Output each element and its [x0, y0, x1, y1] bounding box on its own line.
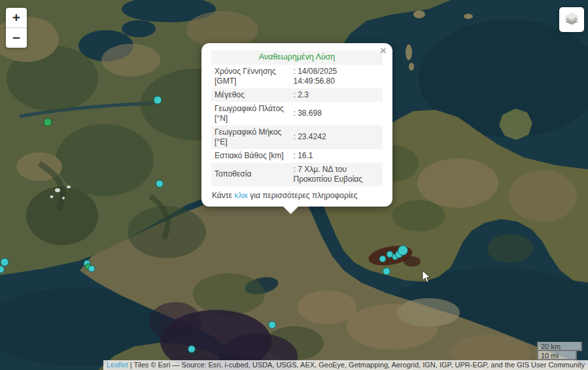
layers-icon [563, 11, 580, 28]
earthquake-marker[interactable] [398, 245, 408, 256]
footer-text: για περισσότερες πληροφορίες [248, 191, 358, 200]
row-value: : 14/08/2025 14:49:56.80 [290, 65, 383, 88]
attribution-text: Tiles © Esri — Source: Esri, i-cubed, US… [133, 361, 585, 369]
earthquake-marker[interactable] [383, 267, 390, 275]
row-label: Εστιακό Βάθος [km] [211, 149, 290, 163]
earthquake-marker[interactable] [88, 265, 95, 273]
earthquake-marker[interactable] [379, 256, 387, 263]
row-value: : 38.698 [290, 102, 383, 126]
earthquake-marker[interactable] [0, 265, 5, 273]
footer-text: Κάντε [212, 191, 234, 200]
more-info-link[interactable]: κλικ [234, 191, 248, 200]
row-label: Μέγεθος [211, 88, 290, 102]
scale-mi: 10 mi [537, 351, 577, 360]
popup-title: Αναθεωρημένη Λύση [211, 50, 383, 65]
zoom-out-button[interactable]: − [6, 28, 27, 48]
earthquake-info-table: Αναθεωρημένη Λύση Χρόνος Γέννησης [GMT]:… [211, 50, 383, 186]
row-label: Γεωγραφικό Πλάτος [°N] [211, 102, 290, 126]
row-label: Χρόνος Γέννησης [GMT] [211, 65, 290, 88]
earthquake-marker[interactable] [156, 180, 164, 188]
popup-close-button[interactable]: × [380, 46, 387, 56]
attribution-bar: Leaflet | Tiles © Esri — Source: Esri, i… [103, 360, 588, 370]
row-label: Γεωγραφικό Μήκος [°E] [211, 126, 290, 149]
row-value: : 23.4242 [290, 126, 383, 149]
popup-footer: Κάντε κλικ για περισσότερες πληροφορίες [211, 190, 383, 201]
map-canvas[interactable]: × Αναθεωρημένη Λύση Χρόνος Γέννησης [GMT… [0, 0, 588, 370]
layers-control-button[interactable] [559, 7, 584, 32]
zoom-in-button[interactable]: + [6, 8, 27, 28]
row-value: : 7 Χλμ. ΝΔ του Προκοπίου Ευβοίας [290, 163, 383, 186]
zoom-control: + − [6, 8, 27, 48]
row-label: Τοποθεσία [211, 163, 290, 186]
earthquake-marker[interactable] [188, 345, 196, 353]
earthquake-popup: × Αναθεωρημένη Λύση Χρόνος Γέννησης [GMT… [201, 43, 392, 207]
earthquake-marker[interactable] [154, 96, 162, 105]
row-value: : 16.1 [290, 149, 383, 163]
popup-content: Αναθεωρημένη Λύση Χρόνος Γέννησης [GMT]:… [201, 43, 392, 207]
leaflet-link[interactable]: Leaflet [107, 361, 128, 369]
earthquake-marker[interactable] [44, 118, 52, 127]
scale-control: 20 km 10 mi [537, 342, 582, 360]
scale-km: 20 km [537, 342, 582, 351]
earthquake-marker[interactable] [268, 321, 276, 329]
row-value: : 2.3 [290, 88, 383, 102]
